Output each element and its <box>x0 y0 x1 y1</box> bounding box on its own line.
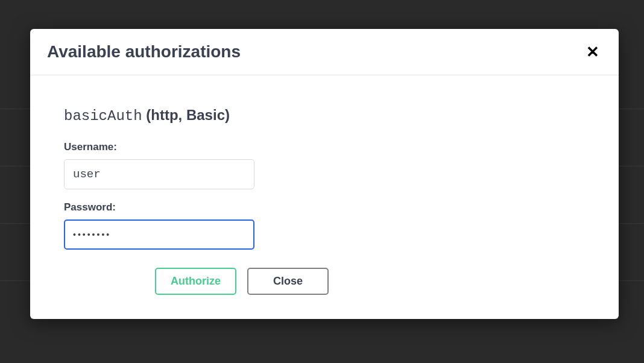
username-label: Username: <box>64 141 585 153</box>
modal-body: basicAuth (http, Basic) Username: Passwo… <box>30 75 619 319</box>
password-group: Password: <box>64 201 585 250</box>
username-group: Username: <box>64 141 585 189</box>
button-row: Authorize Close <box>64 268 420 295</box>
close-icon[interactable]: ✕ <box>584 43 602 61</box>
modal-header: Available authorizations ✕ <box>30 29 619 75</box>
auth-scheme-type: (http, Basic) <box>146 107 230 123</box>
authorize-button[interactable]: Authorize <box>155 268 236 295</box>
authorization-modal: Available authorizations ✕ basicAuth (ht… <box>30 29 619 319</box>
close-button[interactable]: Close <box>247 268 329 295</box>
auth-scheme-heading: basicAuth (http, Basic) <box>64 107 585 124</box>
modal-title: Available authorizations <box>47 42 241 62</box>
username-input[interactable] <box>64 159 254 189</box>
password-input[interactable] <box>64 219 254 250</box>
password-label: Password: <box>64 201 585 213</box>
auth-scheme-name: basicAuth <box>64 108 142 124</box>
